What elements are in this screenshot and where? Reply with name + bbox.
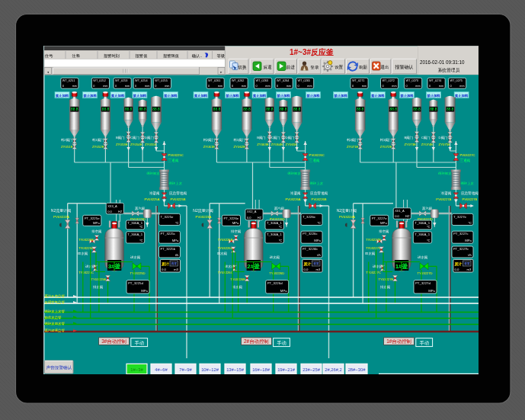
svg-text:循环卸水: 循环卸水 <box>438 172 452 175</box>
svg-text:蒸汽放空总管: 蒸汽放空总管 <box>45 294 66 298</box>
svg-text:0.0: 0.0 <box>247 216 251 220</box>
svg-text:4#~6#: 4#~6# <box>155 367 168 372</box>
svg-text:88.8: 88.8 <box>213 107 221 111</box>
svg-text:WT_0271: WT_0271 <box>352 79 364 82</box>
svg-text:声音报警确认: 声音报警确认 <box>46 365 72 370</box>
svg-text:位号: 位号 <box>44 53 53 58</box>
svg-text:MPa: MPa <box>93 221 100 225</box>
svg-text:ZY064E: ZY064E <box>271 143 283 146</box>
svg-text:T_306A_1: T_306A_1 <box>267 232 282 236</box>
svg-text:0: 0 <box>406 85 408 88</box>
svg-text:三通阀: 三通阀 <box>168 158 179 163</box>
svg-text:PV03226A: PV03226A <box>286 197 301 201</box>
svg-text:mm: mm <box>265 85 270 88</box>
svg-text:℃: ℃ <box>468 221 472 225</box>
svg-text:TY03225D: TY03225D <box>130 271 146 275</box>
svg-text:FT_3225b: FT_3225b <box>161 247 176 251</box>
svg-text:ZY051E: ZY051E <box>61 145 73 149</box>
svg-text:88.8: 88.8 <box>102 107 110 111</box>
svg-text:0: 0 <box>277 85 278 88</box>
svg-text:手动: 手动 <box>135 340 144 345</box>
svg-text:PV03227B: PV03227B <box>462 197 477 201</box>
svg-text:循环上水: 循环上水 <box>460 181 474 185</box>
svg-text:清零: 清零 <box>464 261 470 265</box>
svg-text:PT_3226e: PT_3226e <box>223 216 238 220</box>
svg-text:WT_0264: WT_0264 <box>277 79 289 82</box>
svg-text:3#自动控制: 3#自动控制 <box>101 338 126 345</box>
svg-text:0: 0 <box>155 85 156 88</box>
svg-text:应急管道阀: 应急管道阀 <box>310 191 328 196</box>
svg-text:88.8: 88.8 <box>357 107 364 111</box>
svg-text:WT_0255: WT_0255 <box>155 79 167 82</box>
svg-text:PT_3227e: PT_3227e <box>372 216 387 220</box>
svg-text:88.8: 88.8 <box>266 107 274 111</box>
svg-text:T_3227e: T_3227e <box>453 215 467 219</box>
svg-text:0.0: 0.0 <box>107 210 112 213</box>
svg-text:报警确认: 报警确认 <box>395 64 414 70</box>
svg-text:℃: ℃ <box>279 239 283 242</box>
svg-text:确认..: 确认.. <box>191 53 202 58</box>
svg-text:前进: 前进 <box>286 65 296 70</box>
svg-text:88.8: 88.8 <box>390 107 398 111</box>
svg-text:88.8: 88.8 <box>447 107 454 111</box>
svg-text:ZY065E: ZY065E <box>286 143 298 146</box>
svg-text:T_306A_1: T_306A_1 <box>415 232 430 236</box>
svg-text:WT_0275: WT_0275 <box>450 79 463 82</box>
svg-text:清零: 清零 <box>313 261 319 265</box>
svg-text:清零: 清零 <box>171 261 177 265</box>
svg-text:WT_0273: WT_0273 <box>406 79 418 82</box>
svg-text:mm: mm <box>362 85 367 88</box>
svg-text:2#,26#,2: 2#,26#,2 <box>325 367 342 372</box>
svg-text:循环水回水管: 循环水回水管 <box>45 322 66 325</box>
svg-text:PV03222A: PV03222A <box>53 215 69 219</box>
svg-text:WT_0263: WT_0263 <box>256 79 268 82</box>
svg-text:手动: 手动 <box>420 340 429 345</box>
svg-text:7#~9#: 7#~9# <box>179 367 192 372</box>
svg-text:0.0: 0.0 <box>455 268 460 271</box>
svg-text:1#~3#反应釜: 1#~3#反应釜 <box>290 48 334 56</box>
svg-text:手动: 手动 <box>277 340 286 345</box>
svg-text:TY03227B: TY03227B <box>366 238 381 242</box>
svg-text:MPa: MPa <box>280 289 287 293</box>
svg-text:应急管道阀: 应急管道阀 <box>461 191 479 196</box>
svg-text:mm: mm <box>165 85 169 88</box>
svg-text:0: 0 <box>135 85 136 88</box>
svg-text:m3: m3 <box>316 268 322 271</box>
svg-text:循环上水: 循环上水 <box>310 181 324 185</box>
svg-text:mm: mm <box>72 85 77 88</box>
svg-text:ZY054E: ZY054E <box>130 143 142 146</box>
svg-text:PT_3227c: PT_3227c <box>453 232 469 236</box>
svg-text:WT_0272: WT_0272 <box>383 79 395 82</box>
svg-text:PT_3227d: PT_3227d <box>415 281 431 285</box>
svg-text:℃: ℃ <box>139 239 143 242</box>
svg-text:TY03227C: TY03227C <box>366 271 381 274</box>
svg-text:XX2_A: XX2_A <box>247 210 257 213</box>
svg-text:WT_0251: WT_0251 <box>62 79 75 82</box>
svg-text:℃: ℃ <box>139 225 143 229</box>
svg-text:PV03225A: PV03225A <box>144 197 159 201</box>
svg-text:PV03225B: PV03225B <box>171 197 186 201</box>
svg-text:HZ: HZ <box>405 214 410 218</box>
svg-text:0: 0 <box>232 85 233 88</box>
svg-text:TY03227D: TY03227D <box>418 271 433 275</box>
svg-text:系统管理员: 系统管理员 <box>438 67 460 73</box>
svg-text:mm: mm <box>287 85 291 88</box>
svg-text:28#~30#: 28#~30# <box>348 367 367 372</box>
svg-text:ZY062E: ZY062E <box>234 145 246 149</box>
svg-text:WT_0262: WT_0262 <box>232 79 244 82</box>
svg-text:mm: mm <box>439 85 443 88</box>
svg-text:后退: 后退 <box>263 64 272 70</box>
svg-text:0.0: 0.0 <box>162 268 167 271</box>
svg-text:m3: m3 <box>467 268 472 271</box>
svg-text:T_3225e: T_3225e <box>161 215 174 219</box>
svg-text:累计: 累计 <box>303 261 312 267</box>
svg-text:19#~21#: 19#~21# <box>277 367 296 372</box>
svg-text:10#~12#: 10#~12# <box>201 367 219 372</box>
svg-text:MPa: MPa <box>380 221 387 225</box>
svg-text:mm: mm <box>145 85 149 88</box>
svg-text:0: 0 <box>352 85 354 88</box>
svg-text:℃: ℃ <box>317 221 321 225</box>
svg-text:N2流量计阀: N2流量计阀 <box>51 208 71 213</box>
svg-text:报警时刻: 报警时刻 <box>104 53 120 59</box>
svg-text:88.8: 88.8 <box>152 107 160 111</box>
